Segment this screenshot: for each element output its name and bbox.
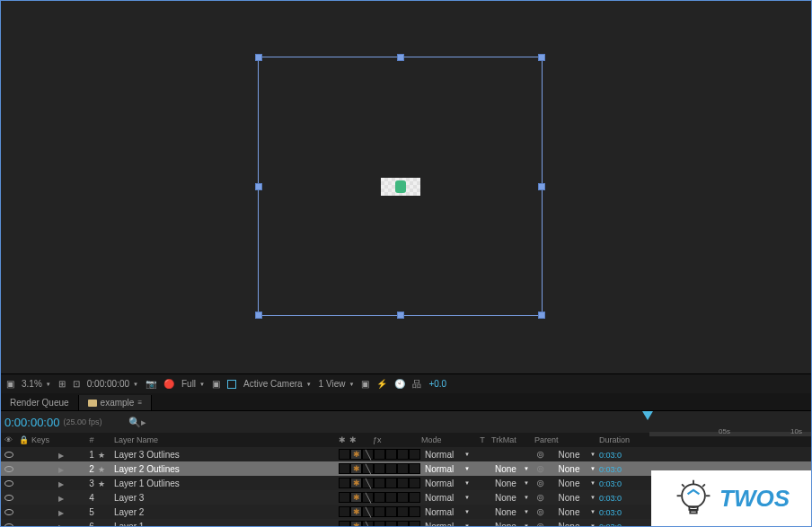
transform-handle[interactable] <box>397 54 404 61</box>
shy-switch[interactable] <box>339 492 350 503</box>
pixel-aspect-icon[interactable]: ▣ <box>361 379 369 389</box>
always-preview-icon[interactable]: ▣ <box>6 379 14 389</box>
frame-blend-switch[interactable] <box>385 449 397 460</box>
layer-name[interactable]: Layer 3 Outlines <box>110 450 339 460</box>
transform-handle[interactable] <box>538 312 545 319</box>
tab-composition[interactable]: example ≡ <box>79 395 152 410</box>
layer-duration[interactable]: 0:03:0 <box>599 479 622 488</box>
trkmat-dropdown[interactable]: None▼ <box>491 505 533 518</box>
quality-switch[interactable]: ╲ <box>362 492 374 503</box>
timeline-icon[interactable]: 🕙 <box>394 379 405 389</box>
blend-mode-dropdown[interactable]: Normal▼ <box>421 448 473 461</box>
collapse-switch[interactable]: ✱ <box>350 449 362 460</box>
adjustment-switch[interactable] <box>409 506 420 517</box>
layer-content-preview[interactable] <box>381 178 420 196</box>
current-time-display[interactable]: 0:00:00:00 <box>87 379 138 389</box>
parent-dropdown[interactable]: ⊚None▼ <box>533 520 599 527</box>
zoom-dropdown[interactable]: 3.1% <box>22 379 51 389</box>
playhead[interactable] <box>642 411 653 420</box>
adjustment-switch[interactable] <box>409 449 420 460</box>
time-ruler[interactable]: 05s 10s <box>649 427 811 436</box>
pickwhip-icon[interactable]: ⊚ <box>536 449 544 461</box>
collapse-switch[interactable]: ✱ <box>350 492 362 503</box>
motion-blur-switch[interactable] <box>397 449 409 460</box>
blend-mode-dropdown[interactable]: Normal▼ <box>421 491 473 504</box>
exposure-control[interactable]: +0.0 <box>428 379 446 389</box>
pickwhip-icon[interactable]: ⊚ <box>536 492 544 504</box>
layer-row[interactable]: ▶1★Layer 3 Outlines✱╲Normal▼⊚None▼0:03:0 <box>1 447 811 461</box>
twirl-icon[interactable]: ▶ <box>58 509 64 517</box>
layer-duration[interactable]: 0:03:0 <box>599 465 622 474</box>
grid-icon[interactable]: ⊞ <box>58 379 66 389</box>
frame-blend-switch[interactable] <box>385 506 397 517</box>
shy-switch[interactable] <box>339 449 350 460</box>
composition-viewport[interactable] <box>1 1 811 373</box>
twirl-icon[interactable]: ▶ <box>58 523 64 528</box>
transform-handle[interactable] <box>538 54 545 61</box>
fx-switch[interactable] <box>374 478 385 488</box>
pickwhip-icon[interactable]: ⊚ <box>536 478 544 489</box>
pickwhip-icon[interactable]: ⊚ <box>536 506 544 518</box>
layer-name[interactable]: Layer 2 Outlines <box>110 464 339 474</box>
parent-dropdown[interactable]: ⊚None▼ <box>533 462 599 475</box>
blend-mode-dropdown[interactable]: Normal▼ <box>421 477 473 489</box>
motion-blur-switch[interactable] <box>397 506 409 517</box>
shy-switch[interactable] <box>339 478 350 488</box>
quality-switch[interactable]: ╲ <box>362 463 374 474</box>
tab-menu-icon[interactable]: ≡ <box>137 399 142 407</box>
tab-render-queue[interactable]: Render Queue <box>1 395 79 410</box>
snapshot-icon[interactable]: 📷 <box>146 379 156 389</box>
trkmat-dropdown[interactable]: None▼ <box>491 477 533 489</box>
layer-duration[interactable]: 0:03:0 <box>599 451 622 460</box>
frame-blend-switch[interactable] <box>385 463 397 474</box>
motion-blur-switch[interactable] <box>397 463 409 474</box>
parent-dropdown[interactable]: ⊚None▼ <box>533 491 599 504</box>
adjustment-switch[interactable] <box>409 521 420 527</box>
transparency-grid-icon[interactable] <box>227 380 236 389</box>
shy-switch[interactable] <box>339 521 350 527</box>
transform-handle[interactable] <box>255 183 262 190</box>
transform-handle[interactable] <box>255 312 262 319</box>
parent-dropdown[interactable]: ⊚None▼ <box>533 505 599 518</box>
adjustment-switch[interactable] <box>409 478 420 488</box>
layer-name[interactable]: Layer 1 Outlines <box>110 479 339 488</box>
duration-column-header[interactable]: Duration <box>599 435 653 444</box>
blend-mode-dropdown[interactable]: Normal▼ <box>421 505 473 518</box>
collapse-switch[interactable]: ✱ <box>350 463 362 474</box>
collapse-switch[interactable]: ✱ <box>350 506 362 517</box>
layer-name[interactable]: Layer 2 <box>110 507 339 517</box>
fx-switch[interactable] <box>374 463 385 474</box>
trkmat-dropdown[interactable]: None▼ <box>491 491 533 504</box>
mask-toggle-icon[interactable]: ⊡ <box>73 379 80 389</box>
fx-switch[interactable] <box>374 506 385 517</box>
layer-duration[interactable]: 0:03:0 <box>599 508 622 517</box>
shy-switch[interactable] <box>339 463 350 474</box>
motion-blur-switch[interactable] <box>397 521 409 527</box>
pickwhip-icon[interactable]: ⊚ <box>536 463 544 475</box>
visibility-toggle[interactable] <box>4 480 13 487</box>
current-time-indicator[interactable]: 0:00:00:00 <box>4 416 59 429</box>
twirl-icon[interactable]: ▶ <box>58 466 64 474</box>
frame-blend-switch[interactable] <box>385 521 397 527</box>
trkmat-dropdown[interactable]: None▼ <box>491 520 533 527</box>
roi-icon[interactable]: ▣ <box>212 379 220 389</box>
quality-switch[interactable]: ╲ <box>362 506 374 517</box>
blend-mode-dropdown[interactable]: Normal▼ <box>421 462 473 475</box>
fast-previews-icon[interactable]: ⚡ <box>376 379 387 389</box>
visibility-toggle[interactable] <box>4 509 13 515</box>
mode-column-header[interactable]: Mode <box>421 435 473 444</box>
twirl-icon[interactable]: ▶ <box>58 495 64 503</box>
visibility-toggle[interactable] <box>4 523 13 528</box>
motion-blur-switch[interactable] <box>397 478 409 488</box>
fx-switch[interactable] <box>374 492 385 503</box>
quality-switch[interactable]: ╲ <box>362 521 374 527</box>
adjustment-switch[interactable] <box>409 492 420 503</box>
parent-column-header[interactable]: Parent <box>533 435 599 444</box>
search-icon[interactable]: 🔍▸ <box>128 417 146 428</box>
shy-switch[interactable] <box>339 506 350 517</box>
adjustment-switch[interactable] <box>409 463 420 474</box>
layer-duration[interactable]: 0:03:0 <box>599 523 622 528</box>
layer-name[interactable]: Layer 1 <box>110 522 339 528</box>
parent-dropdown[interactable]: ⊚None▼ <box>533 448 599 461</box>
layer-name[interactable]: Layer 3 <box>110 493 339 503</box>
